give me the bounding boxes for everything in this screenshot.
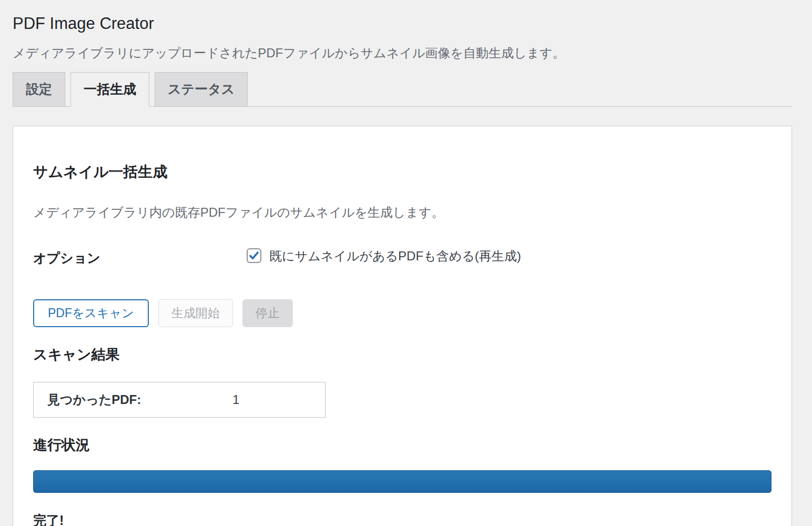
check-icon: [248, 249, 260, 262]
bulk-heading: サムネイル一括生成: [33, 162, 772, 182]
options-label: オプション: [33, 248, 247, 267]
scan-pdf-button[interactable]: PDFをスキャン: [33, 299, 149, 327]
completion-status: 完了!: [33, 512, 772, 526]
tab-bulk-generate[interactable]: 一括生成: [70, 72, 149, 107]
scan-results-box: 見つかったPDF: 1: [33, 382, 326, 418]
bulk-description: メディアライブラリ内の既存PDFファイルのサムネイルを生成します。: [33, 204, 772, 221]
page-title: PDF Image Creator: [13, 0, 792, 34]
progress-bar: [33, 470, 772, 493]
start-generation-button[interactable]: 生成開始: [158, 299, 233, 327]
page-subtitle: メディアライブラリにアップロードされたPDFファイルからサムネイル画像を自動生成…: [13, 45, 792, 61]
scan-results-heading: スキャン結果: [33, 345, 772, 364]
progress-heading: 進行状況: [33, 436, 772, 454]
tab-bar: 設定 一括生成 ステータス: [13, 72, 792, 107]
found-pdf-label: 見つかったPDF:: [47, 391, 232, 408]
tab-status[interactable]: ステータス: [155, 72, 248, 107]
regenerate-option[interactable]: 既にサムネイルがあるPDFも含める(再生成): [247, 248, 521, 264]
regenerate-checkbox[interactable]: [247, 248, 261, 263]
progress-bar-fill: [33, 470, 772, 493]
admin-page: PDF Image Creator メディアライブラリにアップロードされたPDF…: [0, 0, 812, 526]
regenerate-label: 既にサムネイルがあるPDFも含める(再生成): [269, 248, 521, 264]
bulk-generate-panel: サムネイル一括生成 メディアライブラリ内の既存PDFファイルのサムネイルを生成し…: [13, 126, 792, 526]
found-pdf-value: 1: [232, 392, 239, 407]
action-buttons: PDFをスキャン 生成開始 停止: [33, 299, 772, 327]
options-row: オプション 既にサムネイルがあるPDFも含める(再生成): [33, 248, 772, 267]
tab-settings[interactable]: 設定: [13, 72, 65, 107]
stop-button[interactable]: 停止: [242, 299, 293, 327]
